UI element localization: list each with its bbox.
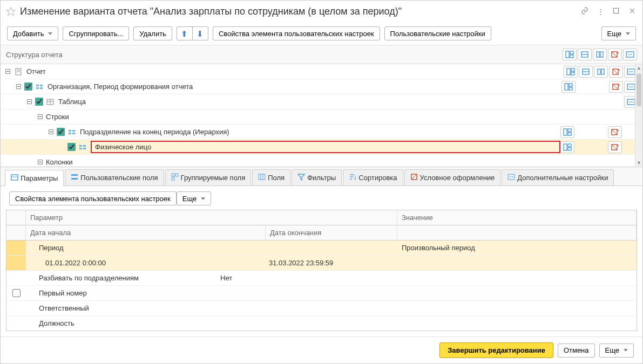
- structure-tool-2-button[interactable]: [593, 49, 607, 60]
- scroll-down-icon[interactable]: ▼: [635, 159, 642, 167]
- tabs-bar: ПараметрыПользовательские поляГруппируем…: [1, 167, 642, 186]
- tree-checkbox[interactable]: [24, 83, 32, 91]
- svg-rect-45: [569, 87, 572, 90]
- svg-point-34: [629, 71, 630, 72]
- svg-line-85: [612, 145, 617, 150]
- footer-more-button[interactable]: Еще: [599, 344, 634, 358]
- structure-scrollbar[interactable]: ▲ ▼: [635, 64, 642, 167]
- tree-checkbox[interactable]: [67, 143, 76, 151]
- tree-checkbox[interactable]: [35, 98, 43, 106]
- structure-tool-3-button[interactable]: [608, 141, 622, 153]
- finish-editing-button[interactable]: Завершить редактирование: [439, 342, 553, 358]
- structure-tool-3-button[interactable]: [609, 66, 623, 78]
- arrow-up-icon: ⬆: [181, 30, 188, 38]
- scroll-thumb[interactable]: [637, 74, 641, 106]
- grid-row[interactable]: 01.01.2022 0:00:0031.03.2022 23:59:59: [6, 256, 637, 271]
- collapse-icon[interactable]: [36, 113, 44, 121]
- svg-rect-23: [567, 68, 570, 75]
- structure-tool-0-button[interactable]: [561, 81, 576, 93]
- tab-filters[interactable]: Фильтры: [292, 169, 342, 186]
- move-down-button[interactable]: ⬇: [192, 26, 208, 40]
- grid-subheader-check: [6, 225, 26, 240]
- collapse-icon[interactable]: [36, 159, 44, 166]
- structure-tool-2-button[interactable]: [594, 66, 608, 78]
- structure-tool-0-button[interactable]: [564, 66, 578, 78]
- move-up-button[interactable]: ⬆: [177, 26, 193, 40]
- delete-button[interactable]: Удалить: [133, 26, 172, 40]
- grid-header-param: Параметр: [26, 210, 397, 225]
- report-icon: [13, 68, 23, 75]
- structure-tool-3-button[interactable]: [609, 81, 623, 93]
- tab-sort[interactable]: Сортировка: [343, 169, 403, 186]
- tab-params[interactable]: Параметры: [5, 170, 64, 186]
- tree-row[interactable]: Организация, Период формирования отчета: [1, 79, 642, 94]
- collapse-icon[interactable]: [25, 98, 33, 106]
- svg-rect-44: [569, 84, 572, 86]
- chevron-down-icon: [626, 32, 630, 35]
- svg-point-59: [629, 101, 630, 102]
- tree-label: Организация, Период формирования отчета: [48, 83, 561, 91]
- svg-rect-6: [570, 55, 573, 58]
- close-icon[interactable]: [627, 6, 637, 17]
- param-checkbox[interactable]: [12, 289, 21, 297]
- param-end-cell: [265, 306, 397, 311]
- param-mid-cell: [216, 261, 265, 265]
- tab-cond[interactable]: Условное оформление: [404, 169, 501, 186]
- more-menu-icon[interactable]: ⋮: [596, 6, 605, 17]
- tab-fields[interactable]: Поля: [252, 169, 290, 186]
- add-button[interactable]: Добавить: [7, 26, 58, 40]
- favorite-star-icon[interactable]: [6, 6, 16, 16]
- param-mid-cell: [216, 321, 265, 326]
- element-props-button[interactable]: Свойства элемента пользовательских настр…: [213, 26, 380, 40]
- user-settings-button[interactable]: Пользовательские настройки: [384, 26, 491, 40]
- grid-row[interactable]: ПериодПроизвольный период: [6, 241, 637, 256]
- svg-line-75: [612, 129, 617, 135]
- svg-point-16: [630, 54, 631, 55]
- param-end-cell: [265, 321, 397, 326]
- scroll-up-icon[interactable]: ▲: [635, 64, 642, 72]
- tab-groupfields[interactable]: Группируемые поля: [165, 169, 252, 186]
- structure-tool-0-button[interactable]: [563, 49, 577, 60]
- tree-row[interactable]: Строки: [1, 109, 642, 125]
- svg-rect-91: [71, 178, 78, 180]
- sort-tab-icon: [349, 173, 356, 182]
- structure-tool-3-button[interactable]: [608, 126, 622, 138]
- tree-row[interactable]: Таблица: [1, 94, 642, 109]
- tab-extra[interactable]: Дополнительные настройки: [502, 169, 614, 186]
- svg-rect-95: [259, 174, 265, 180]
- tab-userfields[interactable]: Пользовательские поля: [65, 169, 164, 186]
- tree-checkbox[interactable]: [57, 128, 65, 136]
- param-mid-cell: [216, 306, 265, 311]
- tree-label: Колонки: [46, 158, 638, 166]
- cancel-button[interactable]: Отмена: [558, 344, 595, 358]
- tree-row[interactable]: Физическое лицо: [1, 140, 642, 155]
- svg-rect-66: [69, 130, 71, 132]
- tab-more-button[interactable]: Еще: [177, 191, 211, 205]
- group-button[interactable]: Сгруппировать...: [63, 26, 129, 40]
- more-button[interactable]: Еще: [601, 26, 636, 40]
- grid-row[interactable]: Разбивать по подразделениямНет: [6, 271, 637, 286]
- structure-tool-0-button[interactable]: [560, 126, 574, 138]
- tree-row[interactable]: Отчет: [1, 64, 642, 79]
- structure-tool-4-button[interactable]: [623, 49, 637, 60]
- link-icon[interactable]: [580, 6, 590, 17]
- maximize-icon[interactable]: [611, 6, 621, 17]
- structure-tool-1-button[interactable]: [579, 66, 593, 78]
- table-icon: [45, 98, 55, 106]
- tab-element-props-button[interactable]: Свойства элемента пользовательских настр…: [9, 191, 177, 205]
- svg-line-13: [612, 52, 617, 57]
- tree-label: Строки: [46, 113, 638, 121]
- structure-tool-0-button[interactable]: [560, 141, 574, 153]
- collapse-icon[interactable]: [4, 68, 11, 75]
- tree-row[interactable]: Подразделение на конец периода (Иерархия…: [1, 125, 642, 140]
- tab-label: Поля: [268, 174, 285, 182]
- collapse-icon[interactable]: [47, 128, 55, 136]
- grid-row[interactable]: Ответственный: [6, 301, 637, 316]
- structure-tool-1-button[interactable]: [578, 49, 592, 60]
- chevron-down-icon: [624, 349, 628, 352]
- grid-row[interactable]: Должность: [6, 316, 637, 331]
- structure-tool-3-button[interactable]: [608, 49, 622, 60]
- collapse-icon[interactable]: [15, 83, 22, 91]
- grid-row[interactable]: Первый номер: [6, 286, 637, 301]
- tree-row[interactable]: Колонки: [1, 155, 642, 167]
